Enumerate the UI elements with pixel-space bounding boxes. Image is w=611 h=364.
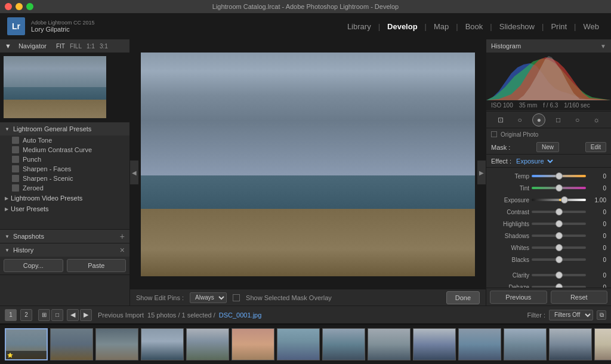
filmstrip-thumb-6[interactable] — [277, 328, 320, 360]
maximize-button[interactable] — [26, 3, 33, 10]
zoom-fill[interactable]: FILL — [70, 43, 82, 50]
copy-button[interactable]: Copy... — [4, 259, 63, 272]
navigator-header[interactable]: ▼ Navigator FIT FILL 1:1 3:1 — [0, 39, 129, 53]
filmstrip-thumb-9[interactable] — [413, 328, 456, 360]
close-button[interactable] — [5, 3, 12, 10]
spot-removal-tool[interactable]: ○ — [513, 113, 526, 127]
highlights-value: 0 — [588, 221, 606, 227]
whites-track[interactable] — [532, 246, 586, 249]
app-info: Adobe Lightroom CC 2015 Lory Gilpatric — [31, 20, 95, 33]
histogram-header[interactable]: Histogram ▼ — [486, 39, 611, 53]
done-button[interactable]: Done — [446, 291, 480, 304]
prev-photo-button[interactable]: ◀ — [67, 309, 79, 321]
filmstrip-thumb-1[interactable] — [50, 328, 93, 360]
contrast-thumb[interactable] — [556, 208, 563, 215]
preset-group-video[interactable]: ▶ Lightroom Video Presets — [0, 193, 129, 203]
page-2-button[interactable]: 2 — [20, 309, 32, 321]
nav-print[interactable]: Print — [546, 20, 572, 33]
highlights-track[interactable] — [532, 223, 586, 225]
tint-track[interactable] — [532, 187, 586, 189]
contrast-track[interactable] — [532, 211, 586, 213]
filmstrip-thumb-4[interactable] — [186, 328, 229, 360]
effect-select[interactable]: Exposure Highlights Shadows — [514, 157, 555, 165]
snapshots-add-button[interactable]: + — [120, 232, 125, 241]
filmstrip-thumb-2[interactable] — [95, 328, 138, 360]
blacks-thumb[interactable] — [556, 256, 563, 263]
nav-library[interactable]: Library — [342, 20, 376, 33]
left-collapse-arrow[interactable]: ◀ — [130, 161, 138, 184]
preset-sharpen-scenic[interactable]: Sharpen - Scenic — [0, 174, 129, 183]
blacks-track[interactable] — [532, 258, 586, 261]
edit-pins-select[interactable]: Always Auto Never — [190, 292, 227, 303]
filmstrip-thumb-8[interactable] — [368, 328, 411, 360]
shadows-thumb[interactable] — [556, 232, 563, 239]
preset-group-user[interactable]: ▶ User Presets — [0, 203, 129, 214]
filter-area: Filter : Filters Off Flagged Rejected ⧉ — [527, 310, 606, 320]
radial-filter-tool[interactable]: ○ — [571, 113, 584, 127]
filmstrip-thumb-5[interactable] — [232, 328, 274, 360]
preset-auto-tone[interactable]: Auto Tone — [0, 135, 129, 145]
nav-slideshow[interactable]: Slideshow — [495, 20, 539, 33]
zoom-3-1[interactable]: 3:1 — [100, 43, 108, 50]
preset-medium-contrast[interactable]: Medium Contrast Curve — [0, 145, 129, 155]
whites-thumb[interactable] — [556, 244, 563, 251]
nav-water — [4, 87, 106, 100]
next-photo-button[interactable]: ▶ — [80, 309, 92, 321]
reset-button[interactable]: Reset — [551, 291, 608, 304]
right-collapse-arrow[interactable]: ▶ — [477, 161, 486, 184]
graduated-filter-tool[interactable]: □ — [552, 113, 565, 127]
preset-zeroed[interactable]: Zeroed — [0, 183, 129, 193]
mask-new-button[interactable]: New — [536, 142, 559, 152]
show-mask-checkbox[interactable] — [233, 294, 240, 301]
dehaze-track[interactable] — [532, 286, 586, 288]
page-1-button[interactable]: 1 — [5, 309, 17, 321]
temp-track[interactable] — [532, 175, 586, 177]
filmstrip-thumb-13[interactable] — [594, 328, 611, 360]
filmstrip-thumb-3[interactable] — [141, 328, 184, 360]
clarity-thumb[interactable] — [556, 272, 563, 279]
exposure-thumb[interactable] — [561, 196, 568, 203]
filmstrip-thumb-12[interactable] — [549, 328, 592, 360]
temp-thumb[interactable] — [556, 172, 563, 180]
crop-tool[interactable]: ⊡ — [494, 113, 507, 127]
presets-header[interactable]: ▼ Lightroom General Presets — [0, 122, 129, 135]
exposure-track[interactable] — [532, 199, 586, 201]
filename-label[interactable]: DSC_0001.jpg — [219, 311, 262, 319]
mask-edit-button[interactable]: Edit — [585, 142, 606, 152]
nav-clouds — [4, 56, 106, 87]
loupe-view-button[interactable]: □ — [51, 309, 63, 321]
presets-list: Auto Tone Medium Contrast Curve Punch Sh… — [0, 135, 129, 214]
preset-sharpen-faces[interactable]: Sharpen - Faces — [0, 164, 129, 174]
snapshots-header[interactable]: ▼ Snapshots + — [0, 230, 129, 243]
tone-curve-tool[interactable]: ☼ — [590, 113, 603, 127]
nav-develop[interactable]: Develop — [382, 20, 422, 33]
highlights-thumb[interactable] — [556, 220, 563, 227]
previous-button[interactable]: Previous — [490, 291, 547, 304]
dehaze-thumb[interactable] — [556, 283, 563, 288]
history-header[interactable]: ▼ History × — [0, 243, 129, 257]
zoom-1-1[interactable]: 1:1 — [87, 43, 95, 50]
grid-view-button[interactable]: ⊞ — [38, 309, 50, 321]
paste-button[interactable]: Paste — [67, 259, 126, 272]
filter-toggle-button[interactable]: ⧉ — [597, 310, 606, 320]
filmstrip-thumb-10[interactable] — [458, 328, 501, 360]
tint-thumb[interactable] — [556, 184, 563, 192]
tint-label: Tint — [491, 185, 529, 192]
preset-punch[interactable]: Punch — [0, 155, 129, 164]
filmstrip-thumb-0[interactable]: ⭐ — [5, 328, 48, 360]
history-close-button[interactable]: × — [120, 245, 125, 255]
effect-label: Effect : — [491, 158, 511, 165]
nav-map[interactable]: Map — [429, 20, 453, 33]
zoom-fit[interactable]: FIT — [56, 43, 65, 50]
filter-select[interactable]: Filters Off Flagged Rejected — [549, 310, 593, 320]
nav-book[interactable]: Book — [461, 20, 488, 33]
blacks-label: Blacks — [491, 257, 529, 263]
filmstrip-thumb-7[interactable] — [322, 328, 365, 360]
shadows-track[interactable] — [532, 235, 586, 237]
minimize-button[interactable] — [16, 3, 23, 10]
filmstrip-thumb-11[interactable] — [504, 328, 547, 360]
nav-web[interactable]: Web — [579, 20, 604, 33]
adjustment-brush-tool[interactable]: ● — [532, 113, 545, 127]
clarity-track[interactable] — [532, 274, 586, 276]
original-photo-checkbox[interactable] — [491, 131, 497, 137]
